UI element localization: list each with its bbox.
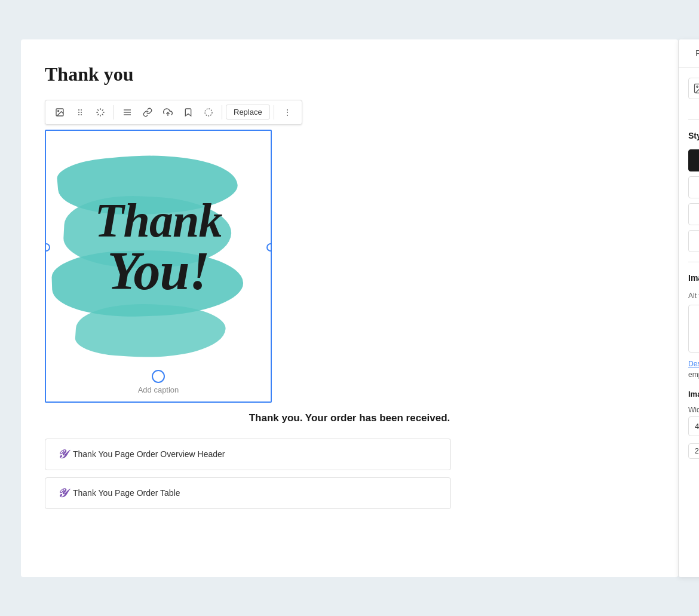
svg-point-5: [81, 112, 82, 113]
image-toolbar-arrows-icon[interactable]: [91, 103, 110, 122]
tab-page[interactable]: Page: [688, 40, 699, 68]
panel-header: Page Block ×: [679, 39, 699, 68]
styles-grid: Default Rounded Circular Rounded Corn...…: [688, 149, 699, 252]
image-caption-area[interactable]: Add caption: [46, 364, 271, 402]
alt-text-input[interactable]: [688, 305, 699, 353]
block-icon-box: [688, 78, 699, 99]
dimensions-row: Width Height: [688, 406, 699, 436]
image-toolbar-image-icon[interactable]: [50, 103, 69, 122]
svg-point-12: [205, 109, 212, 116]
image-toolbar: Replace ⋮: [45, 100, 302, 125]
page-title: Thank you: [45, 63, 654, 85]
svg-point-2: [78, 109, 79, 111]
woo-block-2[interactable]: 𝒴 Thank You Page Order Table: [45, 477, 451, 509]
caption-placeholder-text: Add caption: [138, 385, 179, 394]
image-toolbar-bookmark-icon[interactable]: [179, 103, 198, 122]
panel-body: Image Insert an image to make a visual s…: [679, 68, 699, 577]
toolbar-divider-1: [114, 105, 114, 119]
image-toolbar-upload-icon[interactable]: [158, 103, 177, 122]
woo-block-2-label: Thank You Page Order Table: [73, 488, 180, 498]
width-input[interactable]: [688, 416, 699, 436]
replace-button[interactable]: Replace: [226, 105, 270, 119]
width-label: Width: [688, 406, 699, 414]
order-text: Thank you. Your order has been received.: [45, 412, 654, 424]
image-placeholder: Thank You!: [46, 131, 271, 364]
svg-point-6: [78, 114, 79, 115]
image-block: Thank You! Add caption: [45, 130, 272, 403]
svg-point-7: [81, 114, 82, 115]
block-image-icon: [693, 82, 699, 94]
image-toolbar-drag-icon[interactable]: [70, 103, 90, 122]
image-settings-section: Image settings ∧ Alt text (alternative t…: [688, 262, 699, 459]
svg-point-1: [58, 110, 59, 111]
dimensions-title: Image dimensions: [688, 390, 699, 399]
describe-link-container: Describe the purpose of the image Leave …: [688, 358, 699, 380]
percent-btn-25[interactable]: 25%: [688, 443, 699, 459]
style-btn-circular[interactable]: Circular: [688, 176, 699, 198]
thank-you-image: Thank You!: [46, 131, 271, 364]
svg-point-3: [81, 109, 82, 111]
svg-point-4: [78, 112, 79, 113]
toolbar-divider-2: [222, 105, 222, 119]
image-toolbar-more-icon[interactable]: ⋮: [278, 103, 297, 122]
image-toolbar-align-icon[interactable]: [118, 103, 137, 122]
style-btn-default[interactable]: Default: [688, 149, 699, 171]
woo-block-1-label: Thank You Page Order Overview Header: [73, 449, 225, 459]
image-settings-title: Image settings: [688, 273, 699, 283]
toolbar-divider-3: [274, 105, 274, 119]
thank-you-script-text: Thank You!: [95, 197, 222, 298]
editor-area: Thank you: [21, 39, 678, 577]
right-panel: Page Block × Image Insert an image to ma…: [678, 39, 699, 577]
image-toolbar-link-icon[interactable]: [138, 103, 157, 122]
resize-handle-right[interactable]: [266, 243, 271, 252]
style-btn-shadow[interactable]: Shadow: [688, 230, 699, 252]
block-header: Image Insert an image to make a visual s…: [688, 78, 699, 121]
width-group: Width: [688, 406, 699, 436]
percent-row: 25% 50% 75% 100% Reset: [688, 443, 699, 459]
image-settings-header: Image settings ∧: [688, 272, 699, 283]
woo-icon-2: 𝒴: [57, 486, 66, 500]
woo-block-1[interactable]: 𝒴 Thank You Page Order Overview Header: [45, 439, 451, 470]
styles-title: Styles: [688, 131, 699, 140]
woo-icon-1: 𝒴: [57, 448, 66, 461]
styles-section-header: Styles ∧: [688, 130, 699, 141]
caption-circle-icon: [152, 370, 165, 383]
style-btn-diagonal[interactable]: Diagonal: [688, 203, 699, 225]
describe-link[interactable]: Describe the purpose of the image: [688, 360, 699, 368]
alt-text-label: Alt text (alternative text): [688, 292, 699, 300]
svg-point-14: [697, 85, 698, 87]
image-toolbar-circle-icon[interactable]: [199, 103, 218, 122]
